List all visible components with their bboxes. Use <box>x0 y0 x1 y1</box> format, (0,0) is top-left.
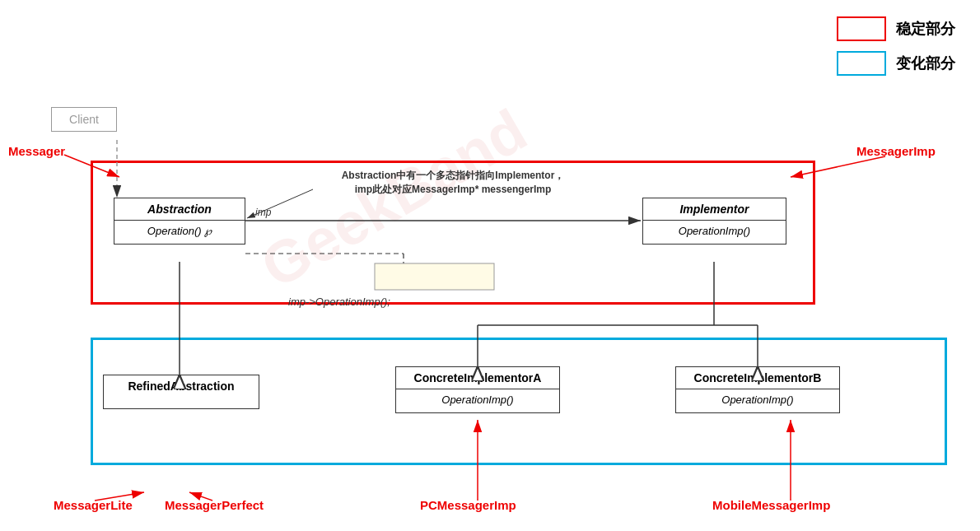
refined-abstraction-name: RefinedAbstraction <box>104 375 259 397</box>
refined-abstraction-class: RefinedAbstraction <box>103 375 259 409</box>
annotation-line2: imp此处对应MessagerImp* messengerImp <box>355 184 552 195</box>
legend-variable-label: 变化部分 <box>896 54 955 73</box>
concrete-b-name: ConcreteImplementorB <box>676 367 839 389</box>
legend-variable: 变化部分 <box>837 51 955 76</box>
messager-lite-label: MessagerLite <box>54 498 133 512</box>
messager-imp-label: MessagerImp <box>856 144 936 158</box>
legend-blue-box <box>837 51 886 76</box>
messager-perfect-label: MessagerPerfect <box>165 498 264 512</box>
abstraction-class: Abstraction Operation() ℘ <box>114 198 245 245</box>
annotation-line1: Abstraction中有一个多态指针指向Implementor， <box>342 170 565 181</box>
legend-red-box <box>837 16 886 41</box>
legend-stable: 稳定部分 <box>837 16 955 41</box>
legend-stable-label: 稳定部分 <box>896 19 955 39</box>
implementor-name: Implementor <box>643 198 786 221</box>
concrete-a-body: OperationImp() <box>396 389 559 412</box>
mobile-messager-imp-label: MobileMessagerImp <box>712 498 830 512</box>
client-box: Client <box>51 107 117 132</box>
client-label: Client <box>69 113 99 126</box>
pc-messager-imp-label: PCMessagerImp <box>420 498 516 512</box>
messager-label: Messager <box>8 144 65 158</box>
concrete-b-body: OperationImp() <box>676 389 839 412</box>
abstraction-body: Operation() ℘ <box>114 221 245 244</box>
legend: 稳定部分 变化部分 <box>837 16 955 76</box>
implementor-body: OperationImp() <box>643 221 786 244</box>
annotation-text: Abstraction中有一个多态指针指向Implementor， imp此处对… <box>264 169 642 197</box>
concrete-b-class: ConcreteImplementorB OperationImp() <box>675 366 840 413</box>
concrete-a-name: ConcreteImplementorA <box>396 367 559 389</box>
call-label: imp->OperationImp(); <box>288 295 390 310</box>
abstraction-name: Abstraction <box>114 198 245 221</box>
implementor-class: Implementor OperationImp() <box>642 198 786 245</box>
concrete-a-class: ConcreteImplementorA OperationImp() <box>395 366 560 413</box>
